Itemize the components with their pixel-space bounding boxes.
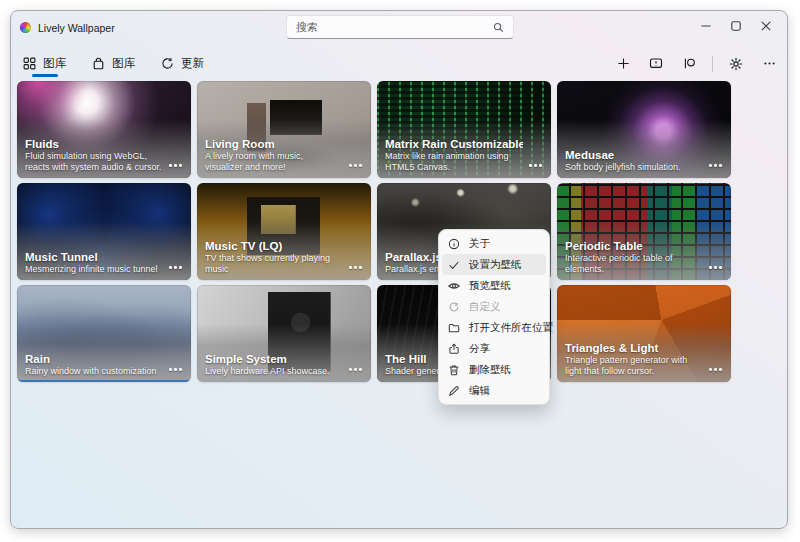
tile-subtitle: Mesmerizing infinite music tunnel [25, 264, 163, 276]
context-menu: 关于 设置为壁纸 预览壁纸 自定义 [438, 229, 550, 405]
tile-more-button[interactable] [349, 164, 362, 167]
more-options-button[interactable] [756, 52, 782, 76]
tile-more-button[interactable] [169, 368, 182, 371]
tile-more-button[interactable] [709, 368, 722, 371]
tile-subtitle: Fluid simulation using WebGL, reacts wit… [25, 151, 163, 174]
tile-more-button[interactable] [349, 368, 362, 371]
tile-title: Triangles & Light [565, 342, 703, 354]
minimize-button[interactable] [691, 13, 721, 39]
info-icon [448, 238, 460, 250]
tab-updates[interactable]: 更新 [161, 47, 204, 80]
tile-more-button[interactable] [349, 266, 362, 269]
menu-item-label: 关于 [469, 237, 490, 251]
pencil-icon [448, 385, 460, 397]
maximize-icon [731, 21, 741, 31]
gear-icon [729, 57, 743, 71]
patreon-icon [683, 57, 696, 70]
toolbar-actions [610, 47, 782, 80]
menu-item-preview-wallpaper[interactable]: 预览壁纸 [442, 275, 546, 296]
tile-title: Matrix Rain Customizable [385, 138, 523, 150]
window-controls [691, 13, 781, 39]
tile-info: Fluids Fluid simulation using WebGL, rea… [25, 138, 163, 174]
tile-info: Medusae Soft body jellyfish simulation. [565, 149, 703, 174]
app-logo-icon [20, 22, 31, 33]
tile-more-button[interactable] [529, 164, 542, 167]
tile-subtitle: Soft body jellyfish simulation. [565, 162, 703, 174]
tile-rain[interactable]: Rain Rainy window with customization [17, 285, 191, 382]
tile-medusae[interactable]: Medusae Soft body jellyfish simulation. [557, 81, 731, 178]
add-wallpaper-button[interactable] [610, 52, 636, 76]
menu-item-label: 分享 [469, 342, 490, 356]
menu-item-edit[interactable]: 编辑 [442, 380, 546, 401]
menu-item-label: 设置为壁纸 [469, 258, 522, 272]
search-box[interactable] [286, 15, 514, 39]
tile-info: Music Tunnel Mesmerizing infinite music … [25, 251, 163, 276]
folder-icon [448, 322, 460, 334]
tile-subtitle: Matrix like rain animation using HTML5 C… [385, 151, 523, 174]
menu-item-label: 编辑 [469, 384, 490, 398]
tile-title: Rain [25, 353, 163, 365]
bag-icon [92, 57, 105, 70]
tile-subtitle: Triangle pattern generator with light th… [565, 355, 703, 378]
ellipsis-icon [763, 57, 776, 70]
tile-title: Medusae [565, 149, 703, 161]
tile-info: Living Room A lively room with music, vi… [205, 138, 343, 174]
check-icon [448, 259, 460, 271]
tile-title: Simple System [205, 353, 343, 365]
tab-label: 图库 [112, 56, 135, 71]
tile-matrix-rain[interactable]: Matrix Rain Customizable Matrix like rai… [377, 81, 551, 178]
patreon-button[interactable] [676, 52, 702, 76]
settings-button[interactable] [723, 52, 749, 76]
close-icon [761, 21, 771, 31]
tile-more-button[interactable] [709, 266, 722, 269]
maximize-button[interactable] [721, 13, 751, 39]
tab-label: 更新 [181, 56, 204, 71]
app-title: Lively Wallpaper [38, 22, 115, 34]
customize-icon [448, 301, 460, 313]
tile-info: Matrix Rain Customizable Matrix like rai… [385, 138, 523, 174]
tile-info: Periodic Table Interactive periodic tabl… [565, 240, 703, 276]
share-icon [448, 343, 460, 355]
tile-info: Rain Rainy window with customization [25, 353, 163, 378]
tab-library[interactable]: 图库 [23, 47, 66, 80]
tile-title: Music Tunnel [25, 251, 163, 263]
menu-item-open-file-location[interactable]: 打开文件所在位置 [442, 317, 546, 338]
app-window: Lively Wallpaper [10, 10, 788, 529]
tile-fluids[interactable]: Fluids Fluid simulation using WebGL, rea… [17, 81, 191, 178]
tile-simple-system[interactable]: Simple System Lively hardware API showca… [197, 285, 371, 382]
search-input[interactable] [296, 21, 493, 33]
refresh-icon [161, 57, 174, 70]
tile-subtitle: Lively hardware API showcase. [205, 366, 343, 378]
trash-icon [448, 364, 460, 376]
tile-more-button[interactable] [709, 164, 722, 167]
tab-label: 图库 [43, 56, 66, 71]
tile-living-room[interactable]: Living Room A lively room with music, vi… [197, 81, 371, 178]
screen: Lively Wallpaper [0, 0, 800, 542]
tile-info: Simple System Lively hardware API showca… [205, 353, 343, 378]
tile-more-button[interactable] [169, 266, 182, 269]
tile-triangles-light[interactable]: Triangles & Light Triangle pattern gener… [557, 285, 731, 382]
active-wallpapers-button[interactable] [643, 52, 669, 76]
screen-alert-icon [649, 57, 663, 70]
eye-icon [448, 280, 460, 292]
tile-periodic-table[interactable]: Periodic Table Interactive periodic tabl… [557, 183, 731, 280]
tile-info: Triangles & Light Triangle pattern gener… [565, 342, 703, 378]
close-button[interactable] [751, 13, 781, 39]
menu-item-set-as-wallpaper[interactable]: 设置为壁纸 [442, 254, 546, 275]
menu-item-label: 打开文件所在位置 [469, 321, 553, 335]
active-wallpaper-indicator [17, 380, 191, 382]
toolbar: 图库 图库 更新 [11, 47, 787, 80]
grid-icon [23, 57, 36, 70]
tile-music-tv[interactable]: Music TV (LQ) TV that shows currently pl… [197, 183, 371, 280]
tile-music-tunnel[interactable]: Music Tunnel Mesmerizing infinite music … [17, 183, 191, 280]
title-bar: Lively Wallpaper [11, 11, 787, 47]
menu-item-delete-wallpaper[interactable]: 删除壁纸 [442, 359, 546, 380]
tile-subtitle: Interactive periodic table of elements. [565, 253, 703, 276]
tab-gallery-store[interactable]: 图库 [92, 47, 135, 80]
tile-title: Living Room [205, 138, 343, 150]
tile-more-button[interactable] [169, 164, 182, 167]
menu-item-share[interactable]: 分享 [442, 338, 546, 359]
menu-item-about[interactable]: 关于 [442, 233, 546, 254]
tile-subtitle: A lively room with music, visualizer and… [205, 151, 343, 174]
search-icon [493, 22, 504, 33]
